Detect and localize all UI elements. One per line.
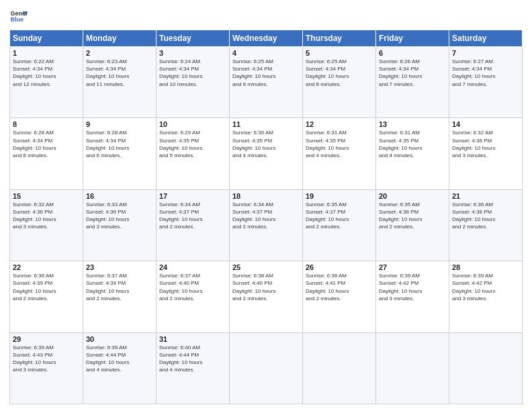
calendar-day-cell: 10Sunrise: 6:29 AM Sunset: 4:35 PM Dayli… [157,118,230,189]
day-number: 24 [159,263,226,271]
calendar-day-cell: 21Sunrise: 6:36 AM Sunset: 4:38 PM Dayli… [449,189,523,261]
day-info: Sunrise: 6:31 AM Sunset: 4:35 PM Dayligh… [306,129,373,159]
day-info: Sunrise: 6:38 AM Sunset: 4:41 PM Dayligh… [306,272,373,302]
day-number: 26 [306,263,373,271]
calendar-day-cell: 12Sunrise: 6:31 AM Sunset: 4:35 PM Dayli… [303,118,376,189]
calendar-day-cell: 7Sunrise: 6:27 AM Sunset: 4:34 PM Daylig… [449,47,523,118]
calendar-day-cell: 4Sunrise: 6:25 AM Sunset: 4:34 PM Daylig… [230,47,303,118]
calendar-day-cell: 25Sunrise: 6:38 AM Sunset: 4:40 PM Dayli… [230,261,303,332]
calendar-day-cell: 1Sunrise: 6:22 AM Sunset: 4:34 PM Daylig… [10,47,83,118]
calendar-day-cell: 22Sunrise: 6:36 AM Sunset: 4:39 PM Dayli… [10,261,83,332]
day-info: Sunrise: 6:39 AM Sunset: 4:42 PM Dayligh… [452,272,519,302]
day-info: Sunrise: 6:33 AM Sunset: 4:36 PM Dayligh… [86,201,153,231]
day-number: 23 [86,263,153,271]
day-info: Sunrise: 6:28 AM Sunset: 4:34 PM Dayligh… [13,129,80,159]
day-info: Sunrise: 6:28 AM Sunset: 4:34 PM Dayligh… [86,129,153,159]
calendar-day-cell [376,332,449,404]
day-info: Sunrise: 6:32 AM Sunset: 4:36 PM Dayligh… [13,201,80,231]
weekday-header: Friday [376,30,449,47]
day-number: 29 [13,335,80,343]
day-number: 4 [232,49,300,57]
weekday-header: Monday [83,30,157,47]
day-info: Sunrise: 6:40 AM Sunset: 4:44 PM Dayligh… [159,344,226,374]
weekday-header: Sunday [10,30,83,47]
calendar-day-cell: 3Sunrise: 6:24 AM Sunset: 4:34 PM Daylig… [157,47,230,118]
calendar-week-row: 15Sunrise: 6:32 AM Sunset: 4:36 PM Dayli… [10,189,523,261]
calendar-day-cell: 19Sunrise: 6:35 AM Sunset: 4:37 PM Dayli… [303,189,376,261]
calendar-day-cell: 17Sunrise: 6:34 AM Sunset: 4:37 PM Dayli… [157,189,230,261]
day-number: 17 [159,192,226,200]
day-info: Sunrise: 6:27 AM Sunset: 4:34 PM Dayligh… [452,58,519,88]
calendar-day-cell [449,332,523,404]
day-number: 14 [452,120,519,128]
day-info: Sunrise: 6:35 AM Sunset: 4:37 PM Dayligh… [306,201,373,231]
day-number: 27 [379,263,446,271]
day-info: Sunrise: 6:25 AM Sunset: 4:34 PM Dayligh… [306,58,373,88]
day-number: 28 [452,263,519,271]
day-info: Sunrise: 6:37 AM Sunset: 4:39 PM Dayligh… [86,272,153,302]
calendar-day-cell: 8Sunrise: 6:28 AM Sunset: 4:34 PM Daylig… [10,118,83,189]
svg-text:Blue: Blue [10,16,24,23]
day-info: Sunrise: 6:35 AM Sunset: 4:38 PM Dayligh… [379,201,446,231]
day-number: 3 [159,49,226,57]
day-number: 1 [13,49,80,57]
calendar-week-row: 1Sunrise: 6:22 AM Sunset: 4:34 PM Daylig… [10,47,523,118]
day-info: Sunrise: 6:39 AM Sunset: 4:43 PM Dayligh… [13,344,80,374]
calendar-week-row: 22Sunrise: 6:36 AM Sunset: 4:39 PM Dayli… [10,261,523,332]
day-info: Sunrise: 6:39 AM Sunset: 4:44 PM Dayligh… [86,344,153,374]
day-info: Sunrise: 6:38 AM Sunset: 4:40 PM Dayligh… [232,272,300,302]
calendar-day-cell: 28Sunrise: 6:39 AM Sunset: 4:42 PM Dayli… [449,261,523,332]
calendar-header-row: SundayMondayTuesdayWednesdayThursdayFrid… [10,30,523,47]
calendar-table: SundayMondayTuesdayWednesdayThursdayFrid… [9,30,523,404]
day-number: 13 [379,120,446,128]
day-info: Sunrise: 6:22 AM Sunset: 4:34 PM Dayligh… [13,58,80,88]
day-number: 8 [13,120,80,128]
calendar-day-cell: 15Sunrise: 6:32 AM Sunset: 4:36 PM Dayli… [10,189,83,261]
logo: General Blue [9,7,31,26]
day-number: 2 [86,49,153,57]
day-number: 9 [86,120,153,128]
day-number: 6 [379,49,446,57]
header: General Blue [9,7,523,26]
calendar-day-cell: 6Sunrise: 6:26 AM Sunset: 4:34 PM Daylig… [376,47,449,118]
day-info: Sunrise: 6:24 AM Sunset: 4:34 PM Dayligh… [159,58,226,88]
calendar-day-cell: 16Sunrise: 6:33 AM Sunset: 4:36 PM Dayli… [83,189,157,261]
day-info: Sunrise: 6:30 AM Sunset: 4:35 PM Dayligh… [232,129,300,159]
day-number: 30 [86,335,153,343]
day-number: 25 [232,263,300,271]
day-info: Sunrise: 6:29 AM Sunset: 4:35 PM Dayligh… [159,129,226,159]
calendar-day-cell: 24Sunrise: 6:37 AM Sunset: 4:40 PM Dayli… [157,261,230,332]
calendar-day-cell: 14Sunrise: 6:32 AM Sunset: 4:36 PM Dayli… [449,118,523,189]
calendar-day-cell [230,332,303,404]
calendar-day-cell: 9Sunrise: 6:28 AM Sunset: 4:34 PM Daylig… [83,118,157,189]
calendar-day-cell: 20Sunrise: 6:35 AM Sunset: 4:38 PM Dayli… [376,189,449,261]
weekday-header: Thursday [303,30,376,47]
calendar-week-row: 29Sunrise: 6:39 AM Sunset: 4:43 PM Dayli… [10,332,523,404]
day-info: Sunrise: 6:39 AM Sunset: 4:42 PM Dayligh… [379,272,446,302]
weekday-header: Tuesday [157,30,230,47]
calendar-week-row: 8Sunrise: 6:28 AM Sunset: 4:34 PM Daylig… [10,118,523,189]
day-info: Sunrise: 6:32 AM Sunset: 4:36 PM Dayligh… [452,129,519,159]
day-number: 10 [159,120,226,128]
calendar-day-cell: 30Sunrise: 6:39 AM Sunset: 4:44 PM Dayli… [83,332,157,404]
calendar-day-cell: 13Sunrise: 6:31 AM Sunset: 4:35 PM Dayli… [376,118,449,189]
day-info: Sunrise: 6:36 AM Sunset: 4:38 PM Dayligh… [452,201,519,231]
calendar-day-cell: 26Sunrise: 6:38 AM Sunset: 4:41 PM Dayli… [303,261,376,332]
page: General Blue SundayMondayTuesdayWednesda… [0,0,532,411]
calendar-day-cell: 5Sunrise: 6:25 AM Sunset: 4:34 PM Daylig… [303,47,376,118]
day-info: Sunrise: 6:37 AM Sunset: 4:40 PM Dayligh… [159,272,226,302]
calendar-day-cell: 2Sunrise: 6:23 AM Sunset: 4:34 PM Daylig… [83,47,157,118]
weekday-header: Wednesday [230,30,303,47]
day-info: Sunrise: 6:34 AM Sunset: 4:37 PM Dayligh… [232,201,300,231]
day-number: 22 [13,263,80,271]
calendar-day-cell [303,332,376,404]
calendar-day-cell: 31Sunrise: 6:40 AM Sunset: 4:44 PM Dayli… [157,332,230,404]
day-number: 21 [452,192,519,200]
calendar-day-cell: 29Sunrise: 6:39 AM Sunset: 4:43 PM Dayli… [10,332,83,404]
day-number: 15 [13,192,80,200]
day-info: Sunrise: 6:25 AM Sunset: 4:34 PM Dayligh… [232,58,300,88]
day-number: 7 [452,49,519,57]
day-info: Sunrise: 6:31 AM Sunset: 4:35 PM Dayligh… [379,129,446,159]
generalblue-logo-icon: General Blue [9,7,28,26]
calendar-day-cell: 18Sunrise: 6:34 AM Sunset: 4:37 PM Dayli… [230,189,303,261]
